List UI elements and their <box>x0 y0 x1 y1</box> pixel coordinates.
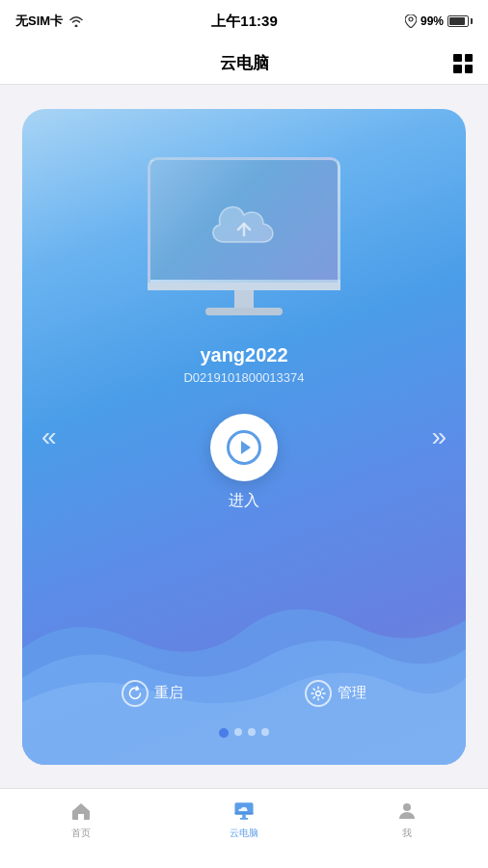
tab-home[interactable]: 首页 <box>0 797 163 840</box>
status-time: 上午11:39 <box>211 13 277 31</box>
svg-point-6 <box>403 803 411 811</box>
battery-label: 99% <box>420 14 444 28</box>
prev-arrow-button[interactable]: « <box>41 421 57 452</box>
cloud-card: « <box>22 109 466 765</box>
device-info: yang2022 D0219101800013374 <box>183 344 304 385</box>
dots-indicator <box>22 728 466 738</box>
dot-3 <box>248 728 256 736</box>
cloud-upload-icon <box>205 191 283 249</box>
enter-button-icon <box>227 430 261 465</box>
status-bar: 无SIM卡 上午11:39 99% <box>0 0 488 42</box>
next-arrow-button[interactable]: » <box>431 421 447 452</box>
nav-title: 云电脑 <box>220 52 269 74</box>
cloud-pc-tab-icon <box>231 799 257 824</box>
tab-profile[interactable]: 我 <box>325 797 488 840</box>
tab-cloud-pc-label: 云电脑 <box>230 827 258 840</box>
grid-cell <box>465 54 474 63</box>
svg-rect-5 <box>240 818 249 820</box>
home-icon <box>68 799 94 824</box>
restart-button[interactable]: 重启 <box>122 680 183 707</box>
monitor-neck <box>234 290 254 308</box>
grid-cell <box>453 54 462 63</box>
card-actions: 重启 管理 <box>22 680 466 707</box>
location-icon <box>405 14 417 28</box>
carrier-label: 无SIM卡 <box>15 13 63 30</box>
enter-section: 进入 <box>210 414 278 511</box>
nav-bar: 云电脑 <box>0 42 488 85</box>
status-left: 无SIM卡 <box>15 13 84 30</box>
grid-icon <box>453 54 473 73</box>
device-name: yang2022 <box>183 344 304 366</box>
battery-icon <box>447 15 473 27</box>
enter-arrow-icon <box>241 441 251 454</box>
grid-cell <box>453 65 462 73</box>
monitor <box>148 157 340 315</box>
svg-rect-3 <box>234 813 253 815</box>
manage-label: 管理 <box>338 684 366 702</box>
dot-4 <box>261 728 269 736</box>
svg-rect-4 <box>242 814 245 817</box>
monitor-base <box>205 308 283 315</box>
tab-profile-label: 我 <box>402 827 412 840</box>
manage-button[interactable]: 管理 <box>305 680 366 707</box>
enter-label: 进入 <box>229 491 259 511</box>
main-content: « <box>0 85 488 788</box>
svg-point-1 <box>316 691 321 695</box>
restart-icon <box>122 680 149 707</box>
enter-button[interactable] <box>210 414 278 481</box>
device-id: D0219101800013374 <box>183 370 304 385</box>
svg-point-0 <box>409 17 413 21</box>
restart-label: 重启 <box>154 684 183 702</box>
monitor-illustration <box>148 157 340 315</box>
dot-1 <box>219 728 229 738</box>
tab-cloud-pc[interactable]: 云电脑 <box>163 797 326 840</box>
profile-icon <box>394 799 420 824</box>
status-right: 99% <box>405 14 473 28</box>
manage-icon <box>305 680 332 707</box>
wifi-icon <box>68 15 84 27</box>
tab-home-label: 首页 <box>71 827 91 840</box>
dot-2 <box>234 728 242 736</box>
monitor-screen <box>148 157 340 283</box>
tab-bar: 首页 云电脑 我 <box>0 788 488 868</box>
grid-cell <box>465 65 474 73</box>
monitor-chin <box>148 283 340 290</box>
grid-button[interactable] <box>453 54 473 73</box>
